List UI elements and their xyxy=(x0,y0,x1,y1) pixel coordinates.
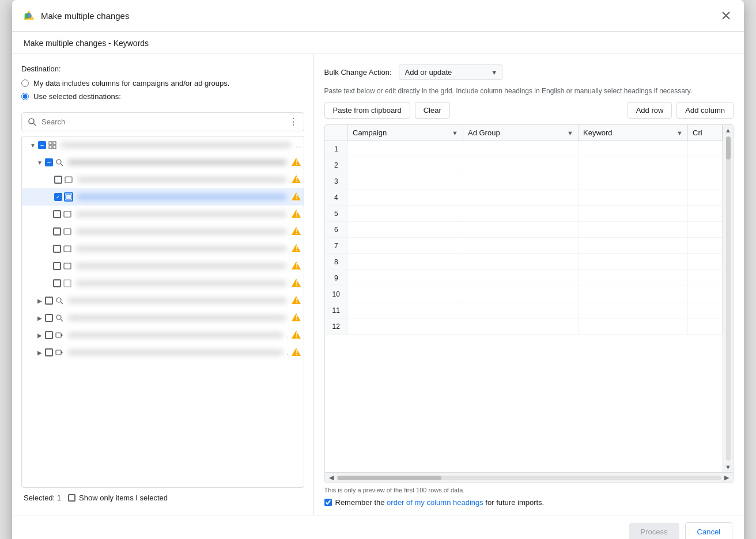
keyword-cell[interactable] xyxy=(579,270,688,286)
tree-checkbox-l1b[interactable] xyxy=(45,297,53,305)
adgroup-column-arrow-icon[interactable]: ▼ xyxy=(567,130,573,136)
tree-checkbox-l1d[interactable] xyxy=(45,331,53,339)
tree-item-l2e[interactable]: ! xyxy=(22,240,304,257)
adgroup-cell[interactable] xyxy=(463,222,579,238)
keyword-cell[interactable] xyxy=(579,222,688,238)
search-input[interactable] xyxy=(41,117,289,126)
criterion-cell[interactable] xyxy=(688,189,723,206)
tree-item-l1e[interactable]: ▶ . ! xyxy=(22,344,304,361)
table-row[interactable]: 5 xyxy=(325,206,723,222)
campaign-cell[interactable] xyxy=(348,206,463,222)
table-row[interactable]: 2 xyxy=(325,157,723,173)
keyword-cell[interactable] xyxy=(579,206,688,222)
keyword-cell[interactable] xyxy=(579,318,688,335)
grid-right-scrollbar[interactable]: ▲ ▼ xyxy=(723,125,733,472)
adgroup-cell[interactable] xyxy=(463,141,579,157)
adgroup-cell[interactable] xyxy=(463,270,579,286)
campaign-cell[interactable] xyxy=(348,254,463,270)
campaign-cell[interactable] xyxy=(348,318,463,335)
table-row[interactable]: 12 xyxy=(325,318,723,335)
keyword-cell[interactable] xyxy=(579,286,688,302)
campaign-cell[interactable] xyxy=(348,157,463,173)
adgroup-cell[interactable] xyxy=(463,286,579,302)
criterion-cell[interactable] xyxy=(688,270,723,286)
tree-checkbox-root[interactable] xyxy=(38,141,46,149)
grid-scroll-area[interactable]: Campaign ▼ Ad Group ▼ xyxy=(325,125,723,472)
keyword-cell[interactable] xyxy=(579,141,688,157)
tree-item-l2f[interactable]: ! xyxy=(22,257,304,275)
keyword-cell[interactable] xyxy=(579,302,688,318)
criterion-cell[interactable] xyxy=(688,157,723,173)
campaign-cell[interactable] xyxy=(348,189,463,206)
criterion-cell[interactable] xyxy=(688,173,723,189)
add-row-button[interactable]: Add row xyxy=(628,102,672,119)
show-selected-checkbox[interactable] xyxy=(68,494,75,502)
criterion-cell[interactable] xyxy=(688,141,723,157)
scroll-up-arrow[interactable]: ▲ xyxy=(723,125,734,135)
tree-checkbox-l2a[interactable] xyxy=(54,176,62,184)
tree-checkbox-l2d[interactable] xyxy=(53,227,61,236)
adgroup-cell[interactable] xyxy=(463,157,579,173)
close-button[interactable] xyxy=(719,8,734,23)
process-button[interactable]: Process xyxy=(629,523,679,539)
th-adgroup[interactable]: Ad Group ▼ xyxy=(463,125,579,141)
criterion-cell[interactable] xyxy=(688,286,723,302)
keyword-cell[interactable] xyxy=(579,173,688,189)
tree-expand-l1[interactable]: ▼ xyxy=(36,158,44,166)
tree-item-l2a[interactable]: ! xyxy=(22,171,304,188)
tree-expand-l1c[interactable]: ▶ xyxy=(36,314,44,322)
adgroup-cell[interactable] xyxy=(463,189,579,206)
adgroup-cell[interactable] xyxy=(463,302,579,318)
radio-selected[interactable] xyxy=(21,93,29,100)
tree-expand-l1d[interactable]: ▶ xyxy=(36,331,44,339)
adgroup-cell[interactable] xyxy=(463,238,579,254)
campaign-cell[interactable] xyxy=(348,141,463,157)
campaign-cell[interactable] xyxy=(348,270,463,286)
th-campaign[interactable]: Campaign ▼ xyxy=(348,125,463,141)
criterion-cell[interactable] xyxy=(688,238,723,254)
table-row[interactable]: 8 xyxy=(325,254,723,270)
horizontal-scrollbar[interactable]: ◀ ▶ xyxy=(325,472,734,483)
clear-button[interactable]: Clear xyxy=(415,102,450,119)
tree-item-l1[interactable]: ▼ ! xyxy=(22,154,304,171)
table-row[interactable]: 3 xyxy=(325,173,723,189)
keyword-cell[interactable] xyxy=(579,189,688,206)
tree-checkbox-l1c[interactable] xyxy=(45,314,53,322)
criterion-cell[interactable] xyxy=(688,206,723,222)
tree-checkbox-l2g[interactable] xyxy=(53,279,61,287)
criterion-cell[interactable] xyxy=(688,318,723,335)
tree-checkbox-l2f[interactable] xyxy=(53,262,61,270)
radio-option-selected[interactable]: Use selected destinations: xyxy=(21,92,304,101)
remember-link[interactable]: order of my column headings xyxy=(387,498,483,507)
th-keyword[interactable]: Keyword ▼ xyxy=(579,125,688,141)
campaign-column-arrow-icon[interactable]: ▼ xyxy=(452,130,458,136)
adgroup-cell[interactable] xyxy=(463,254,579,270)
criterion-cell[interactable] xyxy=(688,222,723,238)
scroll-right-arrow[interactable]: ▶ xyxy=(721,473,732,483)
tree-item-root[interactable]: ▼ ... xyxy=(22,136,304,154)
radio-option-columns[interactable]: My data includes columns for campaigns a… xyxy=(21,79,304,88)
radio-columns[interactable] xyxy=(21,79,29,87)
tree-item-l2c[interactable]: ! xyxy=(22,206,304,223)
table-row[interactable]: 4 xyxy=(325,189,723,206)
th-criterion[interactable]: Cri xyxy=(688,125,723,141)
tree-item-l1d[interactable]: ▶ . ! xyxy=(22,327,304,344)
tree-item-l1b[interactable]: ▶ ! xyxy=(22,292,304,309)
table-row[interactable]: 6 xyxy=(325,222,723,238)
criterion-cell[interactable] xyxy=(688,302,723,318)
campaign-cell[interactable] xyxy=(348,222,463,238)
tree-item-l2d[interactable]: ! xyxy=(22,223,304,240)
bulk-select[interactable]: Add or update xyxy=(399,64,502,80)
keyword-column-arrow-icon[interactable]: ▼ xyxy=(676,130,683,136)
table-row[interactable]: 10 xyxy=(325,286,723,302)
tree-expand-l1b[interactable]: ▶ xyxy=(36,297,44,305)
tree-checkbox-l1e[interactable] xyxy=(45,348,53,356)
search-menu-icon[interactable]: ⋮ xyxy=(289,116,298,127)
campaign-cell[interactable] xyxy=(348,286,463,302)
tree-checkbox-l2b[interactable] xyxy=(54,193,62,201)
adgroup-cell[interactable] xyxy=(463,173,579,189)
cancel-button[interactable]: Cancel xyxy=(685,522,732,539)
tree-item-l2g[interactable]: ! xyxy=(22,275,304,292)
scroll-down-arrow[interactable]: ▼ xyxy=(723,462,734,472)
campaign-cell[interactable] xyxy=(348,173,463,189)
